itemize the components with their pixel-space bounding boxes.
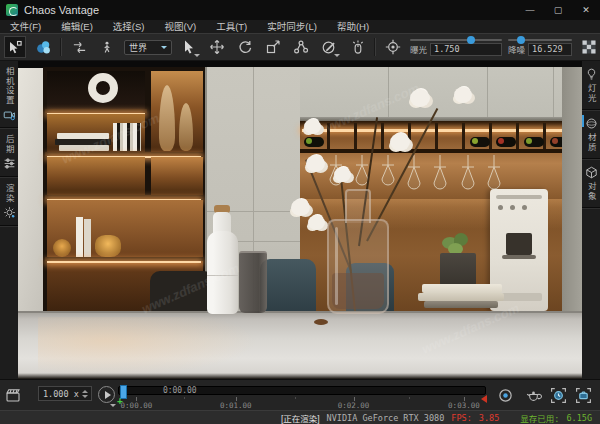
navigation-settings-button[interactable] xyxy=(346,36,368,58)
menu-livesync[interactable]: 实时同步(L) xyxy=(257,20,327,33)
denoise-value-field[interactable]: 16.529 xyxy=(528,43,572,56)
exposure-slider-handle[interactable] xyxy=(467,36,475,44)
scene-bottle-seam xyxy=(207,275,238,276)
speed-spinner[interactable] xyxy=(82,390,91,398)
scene-cotton-flower xyxy=(308,215,325,230)
right-panel-strip: 灯光 材质 对象 xyxy=(582,61,600,379)
ruler-tick xyxy=(184,397,185,399)
tab-objects-label: 对象 xyxy=(587,182,596,201)
post-processing-icon xyxy=(3,157,16,170)
scene-machine-vent xyxy=(496,195,542,199)
scene-standing-book xyxy=(76,217,83,257)
chaos-cosmos-icon xyxy=(35,39,52,56)
select-node-tool-button[interactable] xyxy=(4,36,26,58)
scene-cotton-flower xyxy=(454,87,472,103)
menu-view[interactable]: 视图(V) xyxy=(154,20,206,33)
window-title: Chaos Vantage xyxy=(24,4,99,16)
scene-rack-divider xyxy=(489,123,492,151)
material-sphere-icon xyxy=(585,117,598,130)
record-button[interactable] xyxy=(496,386,514,404)
scene-book-row xyxy=(113,123,141,151)
tab-camera-settings[interactable]: 相机设置 xyxy=(0,61,18,127)
tab-render[interactable]: 渲染 xyxy=(0,178,18,225)
fps-value: 3.85 xyxy=(479,413,499,423)
denoise-slider-handle[interactable] xyxy=(517,36,525,44)
render-viewport[interactable]: www.zdfans.com www.zdfans.com www.zdfans… xyxy=(18,61,582,379)
scene-glass-cup xyxy=(239,251,267,313)
dither-preview-button[interactable] xyxy=(578,36,600,58)
tab-post-processing[interactable]: 后期 xyxy=(0,129,18,176)
merge-scene-button[interactable] xyxy=(68,36,90,58)
select-tool-button[interactable] xyxy=(178,36,200,58)
toolbar-separator xyxy=(374,38,376,56)
rotate-icon xyxy=(237,39,253,55)
cursor-node-icon xyxy=(7,39,23,55)
scene-right-wall xyxy=(562,67,582,313)
scale-tool-button[interactable] xyxy=(262,36,284,58)
scene-warm-light-patch xyxy=(38,317,258,377)
play-button[interactable] xyxy=(98,386,115,403)
menu-edit[interactable]: 编辑(E) xyxy=(51,20,103,33)
high-quality-render-button[interactable] xyxy=(524,386,542,404)
scene-cotton-flower xyxy=(390,133,410,151)
scene-rack-divider xyxy=(516,123,519,151)
teapot-icon xyxy=(525,387,542,403)
animation-clip-button[interactable] xyxy=(4,386,22,404)
tab-materials[interactable]: 材质 xyxy=(582,111,600,158)
scene-teal-chair xyxy=(260,259,316,313)
timeline-ruler[interactable]: 0:00.00 0:01.00 0:02.00 0:03.00 xyxy=(118,397,486,410)
timeline-bar: 1.000 x 0:00.00 + 0:00.00 0:01.00 0:02.0… xyxy=(0,379,600,410)
fps-label: FPS: xyxy=(451,413,471,423)
scene-bottle-cap xyxy=(306,138,312,144)
focus-point-button[interactable] xyxy=(382,36,404,58)
denoise-label: 降噪 xyxy=(508,43,525,55)
toolbar-separator xyxy=(60,38,62,56)
playback-speed-field[interactable]: 1.000 x xyxy=(38,386,92,401)
window-controls: — ▢ ✕ xyxy=(516,0,600,20)
scene-cotton-flower xyxy=(306,155,325,172)
scene-upper-cabinets xyxy=(300,67,582,121)
scene-machine-button xyxy=(498,205,503,210)
menu-tools[interactable]: 工具(T) xyxy=(206,20,257,33)
tab-lights[interactable]: 灯光 xyxy=(582,61,600,109)
focus-crosshair-icon xyxy=(385,39,401,55)
tab-objects[interactable]: 对象 xyxy=(582,160,600,207)
timeline-track[interactable]: 0:00.00 + xyxy=(118,386,486,395)
exposure-slider[interactable] xyxy=(410,39,502,41)
tab-camera-settings-label: 相机设置 xyxy=(5,67,14,105)
scene-glass-vase xyxy=(327,219,389,314)
walk-mode-button[interactable] xyxy=(96,36,118,58)
status-bar: [正在渲染] NVIDIA GeForce RTX 3080 FPS: 3.85… xyxy=(0,410,600,424)
scene-graph-button[interactable] xyxy=(290,36,312,58)
play-options-caret-icon[interactable] xyxy=(110,404,116,407)
scene-vase-water xyxy=(332,273,384,309)
spinner-down-icon xyxy=(82,395,88,398)
scene-bottle-cap xyxy=(472,138,478,144)
move-tool-button[interactable] xyxy=(206,36,228,58)
menu-file[interactable]: 文件(F) xyxy=(0,20,51,33)
mouse-icon xyxy=(350,39,365,55)
minimize-button[interactable]: — xyxy=(516,0,544,20)
snapshot-timer-button[interactable] xyxy=(549,386,567,404)
scene-vase-neck xyxy=(345,189,371,223)
annotate-tool-button[interactable] xyxy=(318,36,340,58)
pointer-icon xyxy=(181,39,197,55)
maximize-button[interactable]: ▢ xyxy=(544,0,572,20)
close-button[interactable]: ✕ xyxy=(572,0,600,20)
exposure-value-field[interactable]: 1.750 xyxy=(430,43,502,56)
camera-settings-icon xyxy=(3,108,16,121)
ruler-tick xyxy=(409,397,410,399)
menu-select[interactable]: 选择(S) xyxy=(103,20,155,33)
clapperboard-icon xyxy=(5,387,21,403)
save-snapshot-button[interactable] xyxy=(574,386,592,404)
rotate-tool-button[interactable] xyxy=(234,36,256,58)
cosmos-browser-button[interactable] xyxy=(32,36,54,58)
snapshot-camera-icon xyxy=(575,387,592,404)
denoise-slider[interactable] xyxy=(508,39,572,41)
exposure-control: 曝光 1.750 xyxy=(410,39,502,56)
scene-cabinet-seam xyxy=(388,67,389,121)
ruler-label: 0:00.00 xyxy=(121,401,153,410)
coordinate-space-dropdown[interactable]: 世界 xyxy=(124,40,172,55)
scene-rack-divider xyxy=(462,123,465,151)
menu-help[interactable]: 帮助(H) xyxy=(327,20,379,33)
